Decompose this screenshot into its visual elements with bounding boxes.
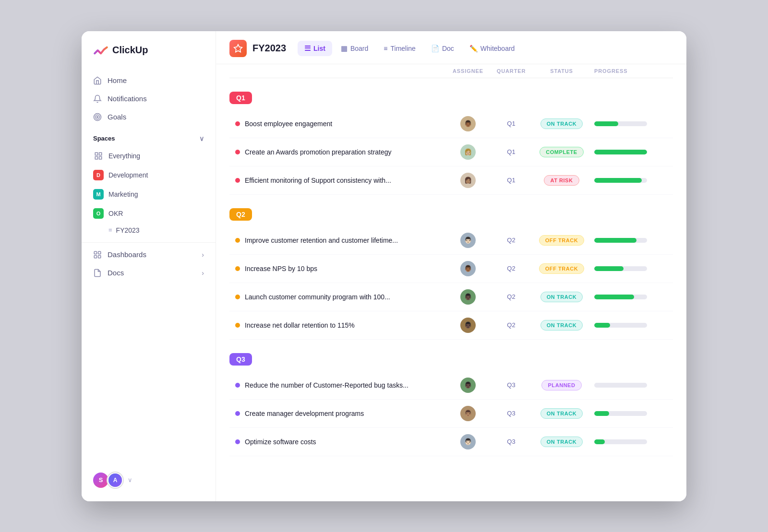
row-title-text: Launch customer community program with 1… [245, 293, 390, 301]
progress-bar-fill [594, 295, 634, 299]
progress-bar-fill [594, 266, 624, 271]
tab-whiteboard[interactable]: ✏️ Whiteboard [463, 41, 522, 56]
sidebar-item-marketing[interactable]: M Marketing [82, 185, 216, 204]
progress-bar-bg [594, 121, 647, 126]
sidebar-item-dashboards[interactable]: Dashboards › [82, 246, 216, 264]
tab-bar: ☰ List ▦ Board ≡ Timeline 📄 Doc ✏️ Wh [298, 41, 521, 56]
avatar-face: 👨🏿 [460, 318, 476, 333]
sidebar-item-fy2023[interactable]: ≡ FY2023 [82, 223, 216, 237]
table-row[interactable]: Optimize software costs 👨🏻 Q3 ON TRACK [229, 428, 673, 456]
assignee-avatar: 👩🏽 [460, 173, 476, 188]
svg-rect-9 [94, 255, 96, 258]
tab-board[interactable]: ▦ Board [334, 41, 375, 56]
table-row[interactable]: Improve customer retention and customer … [229, 226, 673, 255]
row-title: Optimize software costs [235, 438, 446, 446]
table-header: ASSIGNEE QUARTER STATUS PROGRESS [229, 64, 673, 78]
row-dot-icon [235, 411, 240, 416]
table-row[interactable]: Increase NPS by 10 bps 👨🏾 Q2 OFF TRACK [229, 255, 673, 283]
sidebar-item-everything[interactable]: Everything [82, 146, 216, 166]
sidebar-item-okr[interactable]: O OKR [82, 204, 216, 223]
sidebar-item-notifications[interactable]: Notifications [82, 90, 216, 108]
okr-label: OKR [108, 210, 123, 217]
assignee-cell: 👨🏾 [446, 116, 490, 131]
status-cell: ON TRACK [533, 408, 590, 419]
avatar-face: 👨🏽 [460, 406, 476, 421]
docs-chevron-icon: › [202, 269, 204, 277]
tab-timeline[interactable]: ≡ Timeline [377, 41, 422, 56]
progress-bar-fill [594, 411, 609, 416]
progress-bar-fill [594, 121, 618, 126]
status-badge: OFF TRACK [539, 263, 585, 274]
status-badge: AT RISK [544, 175, 579, 186]
progress-cell [590, 238, 667, 243]
user-menu-chevron-icon[interactable]: ∨ [128, 476, 132, 484]
col-progress: PROGRESS [590, 68, 667, 74]
avatar-face: 👨🏿 [460, 378, 476, 393]
avatar-face: 👩🏼 [460, 144, 476, 160]
dashboards-label: Dashboards [108, 250, 146, 259]
progress-cell [590, 150, 667, 154]
row-title: Boost employee engagement [235, 120, 446, 128]
status-cell: ON TRACK [533, 118, 590, 129]
status-cell: COMPLETE [533, 147, 590, 157]
sidebar: ClickUp Home Notifications Goals Spaces … [82, 31, 216, 501]
quarter-cell: Q3 [490, 438, 533, 445]
table-row[interactable]: Boost employee engagement 👨🏾 Q1 ON TRACK [229, 110, 673, 138]
assignee-avatar: 👨🏿 [460, 289, 476, 305]
board-tab-icon: ▦ [341, 44, 348, 53]
okr-avatar: O [93, 208, 104, 219]
q2-section: Q2 Improve customer retention and custom… [229, 208, 673, 340]
q2-header: Q2 [229, 208, 673, 221]
svg-rect-6 [99, 156, 102, 159]
status-badge: OFF TRACK [539, 235, 585, 246]
sidebar-item-development[interactable]: D Development [82, 166, 216, 185]
row-title-text: Increase NPS by 10 bps [245, 265, 317, 272]
status-cell: ON TRACK [533, 320, 590, 331]
row-title-text: Create manager development programs [245, 410, 364, 417]
breadcrumb-icon [229, 40, 247, 57]
table-row[interactable]: Efficient monitoring of Support consiste… [229, 166, 673, 195]
status-badge: COMPLETE [540, 147, 584, 157]
row-dot-icon [235, 439, 240, 444]
status-cell: OFF TRACK [533, 263, 590, 274]
table-row[interactable]: Create manager development programs 👨🏽 Q… [229, 400, 673, 428]
svg-marker-11 [234, 44, 242, 52]
col-quarter: QUARTER [490, 68, 533, 74]
progress-cell [590, 383, 667, 388]
progress-cell [590, 266, 667, 271]
q3-section: Q3 Reduce the number of Customer-Reporte… [229, 353, 673, 456]
progress-bar-bg [594, 238, 647, 243]
row-title-text: Optimize software costs [245, 438, 316, 446]
quarter-cell: Q3 [490, 410, 533, 417]
assignee-avatar: 👨🏾 [460, 261, 476, 276]
spaces-list: Everything D Development M Marketing O O… [82, 146, 216, 237]
page-title: FY2023 [252, 43, 286, 54]
sidebar-item-goals[interactable]: Goals [82, 108, 216, 126]
whiteboard-tab-icon: ✏️ [469, 45, 478, 52]
quarter-cell: Q1 [490, 177, 533, 184]
sidebar-item-docs[interactable]: Docs › [82, 264, 216, 282]
spaces-chevron-icon[interactable]: ∨ [199, 135, 204, 142]
row-dot-icon [235, 121, 240, 126]
status-cell: PLANNED [533, 380, 590, 390]
status-badge: PLANNED [541, 380, 581, 390]
home-label: Home [108, 76, 127, 84]
row-dot-icon [235, 150, 240, 154]
progress-cell [590, 178, 667, 183]
doc-tab-label: Doc [442, 45, 454, 52]
app-window: ClickUp Home Notifications Goals Spaces … [82, 31, 686, 501]
assignee-cell: 👨🏻 [446, 434, 490, 449]
table-row[interactable]: Create an Awards promotion preparation s… [229, 138, 673, 166]
notifications-label: Notifications [108, 95, 147, 103]
tab-list[interactable]: ☰ List [298, 41, 332, 56]
user-profile-area[interactable]: S A ∨ [82, 467, 216, 494]
avatar-face: 👨🏾 [460, 116, 476, 131]
table-row[interactable]: Launch customer community program with 1… [229, 283, 673, 311]
progress-cell [590, 411, 667, 416]
assignee-cell: 👨🏿 [446, 318, 490, 333]
table-row[interactable]: Reduce the number of Customer-Reported b… [229, 371, 673, 400]
svg-rect-3 [95, 153, 97, 155]
table-row[interactable]: Increase net dollar retention to 115% 👨🏿… [229, 311, 673, 340]
sidebar-item-home[interactable]: Home [82, 71, 216, 90]
tab-doc[interactable]: 📄 Doc [424, 41, 461, 56]
